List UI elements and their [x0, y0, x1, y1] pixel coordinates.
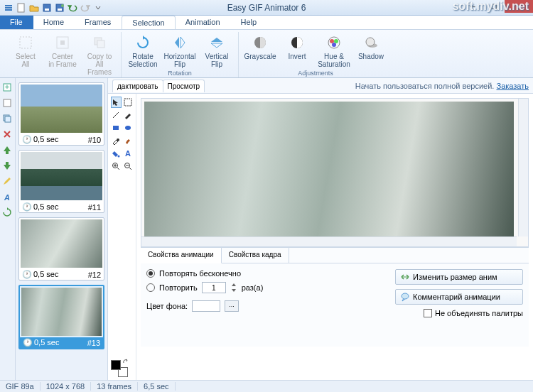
loop-forever-radio[interactable]: [146, 269, 155, 278]
canvas-viewport[interactable]: [141, 98, 529, 247]
tab-selection[interactable]: Selection: [122, 16, 175, 29]
center-in-frame-button[interactable]: Centerin Frame: [45, 32, 80, 77]
properties-panel: Свойства анимации Свойства кадра Повторя…: [141, 247, 529, 347]
pencil-tool-icon[interactable]: [123, 109, 134, 121]
bg-color-label: Цвет фона:: [146, 302, 188, 310]
marquee-tool-icon[interactable]: [123, 97, 134, 108]
insert-frame-icon[interactable]: +: [2, 82, 14, 94]
invert-icon: [288, 33, 306, 52]
frame-item[interactable]: 🕐0,5 sec#10: [18, 82, 104, 146]
swap-colors-icon[interactable]: [122, 359, 129, 366]
center-icon: [53, 33, 72, 52]
move-down-icon[interactable]: [2, 160, 14, 172]
eyedropper-tool-icon[interactable]: [111, 135, 122, 146]
status-dimensions: 1024 x 768: [41, 382, 91, 391]
undo-icon[interactable]: [67, 2, 78, 13]
bg-color-picker-button[interactable]: ...: [225, 300, 239, 312]
vertical-scrollbar[interactable]: [518, 99, 528, 236]
svg-rect-24: [4, 99, 11, 107]
main-area: + A 🕐0,5 sec#10 🕐0,5 sec#11 🕐0,5 sec#12 …: [0, 78, 533, 380]
frame-item[interactable]: 🕐0,5 sec#11: [18, 150, 104, 213]
copy-to-all-button[interactable]: Copy toAll Frames: [82, 32, 117, 77]
tab-edit[interactable]: дактировать: [112, 80, 163, 92]
color-swatch[interactable]: [111, 360, 128, 377]
canvas-image[interactable]: [144, 102, 514, 236]
ellipse-tool-icon[interactable]: [123, 122, 134, 134]
move-up-icon[interactable]: [2, 145, 14, 156]
close-button[interactable]: ✕: [505, 0, 533, 13]
frame-thumbnail: [21, 219, 102, 268]
grayscale-button[interactable]: Grayscale: [243, 32, 277, 70]
duplicate-frame-icon[interactable]: [2, 114, 14, 125]
order-link[interactable]: Заказать: [497, 82, 529, 90]
pointer-tool-icon[interactable]: [111, 97, 122, 108]
fill-tool-icon[interactable]: [111, 148, 122, 159]
rotate-selection-button[interactable]: RotateSelection: [126, 32, 160, 70]
horizontal-scrollbar[interactable]: [141, 236, 517, 246]
tab-anim-props[interactable]: Свойства анимации: [141, 248, 222, 263]
tab-preview[interactable]: Просмотр: [163, 80, 205, 92]
edit-frame-icon[interactable]: [2, 176, 14, 187]
svg-line-36: [117, 168, 119, 170]
tab-frame-props[interactable]: Свойства кадра: [222, 248, 289, 263]
text-tool-icon[interactable]: A: [123, 148, 134, 159]
svg-rect-2: [5, 9, 12, 11]
shadow-icon: [362, 33, 380, 52]
frame-item[interactable]: 🕐0,5 sec#13: [18, 285, 104, 349]
zoom-out-icon[interactable]: [123, 160, 134, 172]
vertical-flip-button[interactable]: VerticalFlip: [200, 32, 234, 70]
text-tool-icon[interactable]: A: [2, 192, 14, 203]
tab-animation[interactable]: Animation: [176, 16, 231, 29]
save-icon[interactable]: [41, 2, 53, 13]
frame-item[interactable]: 🕐0,5 sec#12: [18, 217, 104, 281]
horizontal-flip-button[interactable]: HorizontalFlip: [163, 32, 197, 70]
tab-file[interactable]: File: [0, 16, 33, 29]
animation-comment-button[interactable]: Комментарий анимации: [395, 289, 523, 305]
resize-animation-button[interactable]: Изменить размер аним: [395, 269, 523, 285]
bg-color-box[interactable]: [192, 300, 220, 312]
svg-rect-13: [97, 40, 104, 48]
select-all-button[interactable]: SelectAll: [9, 32, 43, 77]
window-controls: ─ ☐ ✕: [462, 0, 533, 13]
minimize-button[interactable]: ─: [462, 0, 483, 13]
rect-tool-icon[interactable]: [111, 122, 122, 134]
zoom-in-icon[interactable]: [111, 160, 122, 172]
shadow-button[interactable]: Shadow: [354, 32, 388, 70]
clock-icon: 🕐: [22, 270, 32, 278]
line-tool-icon[interactable]: [111, 109, 122, 121]
invert-button[interactable]: Invert: [280, 32, 314, 70]
open-icon[interactable]: [28, 2, 40, 13]
frame-list-panel[interactable]: 🕐0,5 sec#10 🕐0,5 sec#11 🕐0,5 sec#12 🕐0,5…: [16, 78, 108, 380]
delete-frame-icon[interactable]: [2, 129, 14, 141]
svg-point-31: [125, 126, 131, 130]
loop-count-input[interactable]: [202, 282, 226, 293]
qa-dropdown-icon[interactable]: [92, 2, 104, 13]
fg-color-swatch[interactable]: [111, 360, 121, 370]
redo-icon[interactable]: [80, 2, 91, 13]
brush-tool-icon[interactable]: [123, 135, 134, 146]
maximize-button[interactable]: ☐: [483, 0, 505, 13]
status-frame-count: 13 frames: [91, 382, 138, 391]
ribbon: SelectAll Centerin Frame Copy toAll Fram…: [0, 30, 533, 78]
refresh-icon[interactable]: [2, 207, 14, 219]
editor-tabs-row: дактировать Просмотр Начать пользоваться…: [108, 78, 533, 94]
svg-point-21: [366, 38, 375, 46]
tab-home[interactable]: Home: [33, 16, 75, 29]
hue-saturation-button[interactable]: Hue &Saturation: [317, 32, 351, 70]
no-merge-palettes-checkbox[interactable]: [424, 309, 432, 317]
ribbon-group-selection: SelectAll Centerin Frame Copy toAll Fram…: [4, 32, 122, 77]
app-title: Easy GIF Animator 6: [227, 3, 306, 13]
new-icon[interactable]: [16, 2, 27, 13]
vflip-icon: [208, 33, 226, 52]
loop-n-radio[interactable]: [146, 283, 155, 292]
svg-rect-11: [60, 40, 65, 45]
status-bar: GIF 89a 1024 x 768 13 frames 6,5 sec: [0, 380, 533, 392]
svg-point-17: [330, 39, 334, 43]
titlebar: Easy GIF Animator 6 ─ ☐ ✕ soft.mydiv.net: [0, 0, 533, 16]
tab-help[interactable]: Help: [231, 16, 268, 29]
spinner-buttons[interactable]: [230, 282, 237, 293]
save-as-icon[interactable]: [54, 2, 65, 13]
insert-blank-icon[interactable]: [2, 98, 14, 109]
qa-menu-icon[interactable]: [3, 2, 14, 13]
tab-frames[interactable]: Frames: [75, 16, 122, 29]
